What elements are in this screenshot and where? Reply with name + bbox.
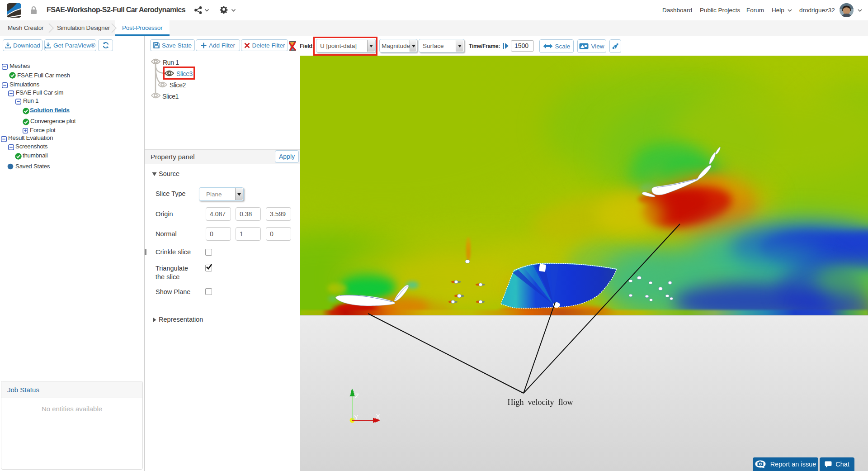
- svg-text:Z: Z: [355, 392, 359, 400]
- svg-text:Y: Y: [354, 413, 359, 421]
- svg-text:X: X: [376, 412, 380, 420]
- svg-text:High velocity flow: High velocity flow: [508, 398, 573, 407]
